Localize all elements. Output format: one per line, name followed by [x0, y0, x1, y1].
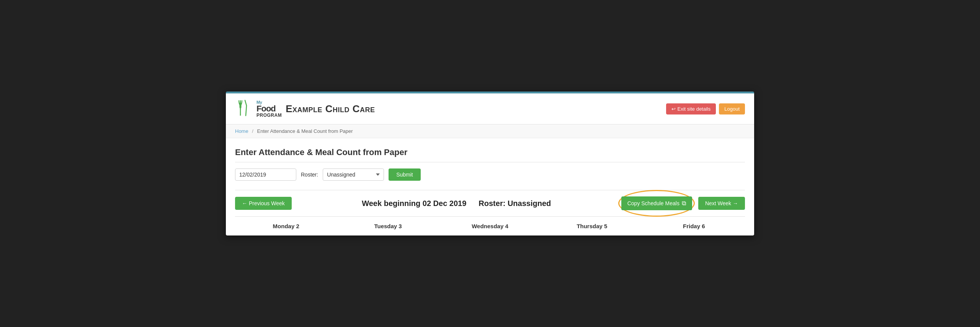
day-col-wednesday: Wednesday 4 [439, 221, 541, 232]
header-buttons: ↩ Exit site details Logout [666, 103, 745, 114]
logo: My Food PROGRAM [235, 99, 282, 119]
page-title: Enter Attendance & Meal Count from Paper [235, 147, 745, 162]
day-col-monday: Monday 2 [235, 221, 337, 232]
breadcrumb-separator: / [252, 128, 253, 134]
week-nav-bar: ← Previous Week Week beginning 02 Dec 20… [235, 190, 745, 216]
prev-week-button[interactable]: ← Previous Week [235, 197, 292, 210]
copy-schedule-label: Copy Schedule Meals [627, 200, 679, 206]
copy-icon: ⧉ [682, 200, 686, 207]
day-col-thursday: Thursday 5 [541, 221, 643, 232]
day-col-tuesday: Tuesday 3 [337, 221, 439, 232]
copy-schedule-wrapper: Copy Schedule Meals ⧉ [621, 196, 692, 210]
site-title: Example Child Care [286, 103, 375, 115]
logout-button[interactable]: Logout [719, 103, 745, 114]
next-week-button[interactable]: Next Week → [698, 197, 745, 210]
logout-label: Logout [724, 106, 740, 112]
submit-label: Submit [396, 172, 413, 178]
main-content: Enter Attendance & Meal Count from Paper… [226, 138, 754, 235]
breadcrumb: Home / Enter Attendance & Meal Count fro… [226, 124, 754, 138]
date-input[interactable] [235, 168, 296, 181]
logo-food: Food [256, 105, 276, 113]
days-header: Monday 2 Tuesday 3 Wednesday 4 Thursday … [235, 216, 745, 235]
right-nav-group: Copy Schedule Meals ⧉ Next Week → [621, 196, 745, 210]
roster-label: Roster: [301, 172, 318, 178]
next-week-label: Next Week → [705, 200, 738, 206]
roster-info-text: Roster: Unassigned [479, 199, 551, 208]
copy-schedule-button[interactable]: Copy Schedule Meals ⧉ [621, 196, 692, 210]
logo-area: My Food PROGRAM Example Child Care [235, 99, 375, 119]
week-beginning-text: Week beginning 02 Dec 2019 [362, 199, 466, 208]
logo-program: PROGRAM [256, 113, 282, 118]
breadcrumb-current: Enter Attendance & Meal Count from Paper [257, 128, 353, 134]
header: My Food PROGRAM Example Child Care ↩ Exi… [226, 93, 754, 124]
exit-site-button[interactable]: ↩ Exit site details [666, 103, 716, 114]
submit-button[interactable]: Submit [389, 168, 421, 181]
prev-week-label: ← Previous Week [242, 200, 285, 206]
roster-select[interactable]: Unassigned Room A Room B [323, 168, 384, 181]
logo-icon [235, 99, 253, 119]
logo-text: My Food PROGRAM [256, 100, 282, 118]
exit-icon: ↩ [671, 106, 676, 112]
week-info: Week beginning 02 Dec 2019 Roster: Unass… [362, 199, 551, 208]
day-col-friday: Friday 6 [643, 221, 745, 232]
main-window: My Food PROGRAM Example Child Care ↩ Exi… [226, 92, 754, 235]
exit-site-label: Exit site details [678, 106, 711, 112]
form-row: Roster: Unassigned Room A Room B Submit [235, 168, 745, 181]
breadcrumb-home[interactable]: Home [235, 128, 248, 134]
